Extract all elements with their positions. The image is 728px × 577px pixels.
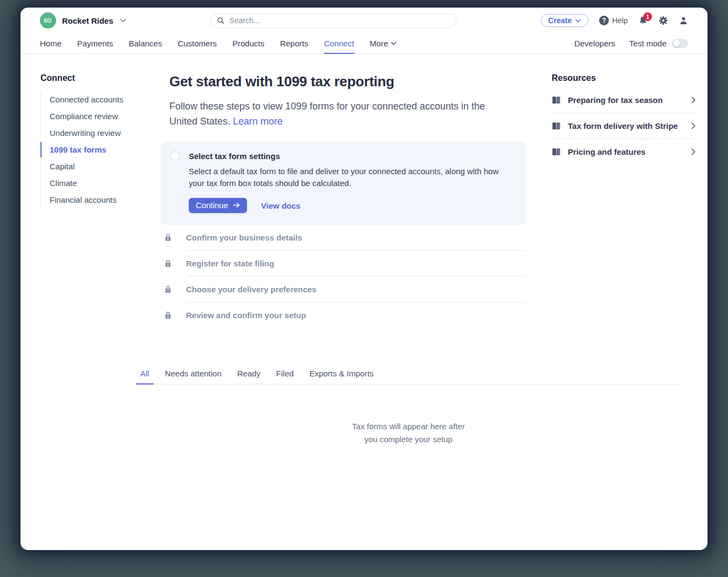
sidebar-item-capital[interactable]: Capital <box>40 159 140 174</box>
connect-sidebar: Connect Connected accounts Compliance re… <box>40 73 140 328</box>
continue-button-label: Continue <box>196 201 228 210</box>
toggle-knob <box>673 40 680 47</box>
resource-tax-form-delivery[interactable]: Tax form delivery with Stripe <box>552 113 696 139</box>
search-input[interactable]: Search... <box>210 13 457 28</box>
help-icon: ? <box>599 16 609 25</box>
rocket-rides-logo-icon <box>43 16 53 25</box>
main-nav: Home Payments Balances Customers Product… <box>20 33 708 54</box>
step-radio-icon[interactable] <box>170 151 180 161</box>
top-bar: Rocket Rides Search... Create ? Help <box>20 8 708 33</box>
view-docs-link[interactable]: View docs <box>261 201 300 210</box>
active-step-description: Select a default tax form to file and de… <box>189 166 499 189</box>
locked-step-title: Review and confirm your setup <box>186 311 306 320</box>
nav-right: Developers Test mode <box>574 33 688 53</box>
chevron-down-icon <box>120 18 126 23</box>
nav-item-connect[interactable]: Connect <box>324 33 354 53</box>
resource-preparing-for-tax-season[interactable]: Preparing for tax season <box>552 87 696 113</box>
learn-more-link[interactable]: Learn more <box>233 116 283 127</box>
create-button-label: Create <box>548 16 572 25</box>
content-area: Connect Connected accounts Compliance re… <box>20 54 708 328</box>
tab-filed[interactable]: Filed <box>276 369 294 378</box>
sidebar-item-financial-accounts[interactable]: Financial accounts <box>40 192 140 208</box>
chevron-down-icon <box>575 19 581 23</box>
nav-item-home[interactable]: Home <box>40 33 61 53</box>
locked-step-title: Confirm your business details <box>186 233 302 242</box>
nav-item-products[interactable]: Products <box>232 33 264 53</box>
book-icon <box>552 122 561 130</box>
sidebar-item-underwriting-review[interactable]: Underwriting review <box>40 125 140 141</box>
locked-step-business-details: Confirm your business details <box>161 225 526 250</box>
active-step-actions: Continue View docs <box>189 198 516 213</box>
tab-needs-attention[interactable]: Needs attention <box>165 369 222 378</box>
resource-label: Tax form delivery with Stripe <box>568 121 678 130</box>
main-column: Get started with 1099 tax reporting Foll… <box>161 73 526 328</box>
tax-forms-tabbar: All Needs attention Ready Filed Exports … <box>135 369 682 384</box>
create-button[interactable]: Create <box>541 14 589 27</box>
nav-item-developers[interactable]: Developers <box>574 39 615 48</box>
profile-button[interactable] <box>679 16 688 25</box>
subtitle-text: Follow these steps to view 1099 forms fo… <box>169 101 485 127</box>
test-mode-toggle[interactable] <box>672 39 688 48</box>
page-title: Get started with 1099 tax reporting <box>169 73 526 90</box>
nav-item-more[interactable]: More <box>370 33 396 53</box>
test-mode-label: Test mode <box>629 39 667 48</box>
notification-badge: 1 <box>643 12 652 21</box>
nav-item-balances[interactable]: Balances <box>129 33 162 53</box>
resource-label: Pricing and features <box>568 147 645 156</box>
nav-item-payments[interactable]: Payments <box>77 33 113 53</box>
chevron-down-icon <box>391 42 396 45</box>
lock-icon <box>159 311 177 319</box>
resources-title: Resources <box>552 73 696 83</box>
nav-item-reports[interactable]: Reports <box>280 33 308 53</box>
nav-item-customers[interactable]: Customers <box>177 33 217 53</box>
chevron-right-icon <box>691 148 696 155</box>
resource-label: Preparing for tax season <box>568 95 663 105</box>
arrow-right-icon <box>233 202 240 208</box>
search-icon <box>217 17 224 24</box>
continue-button[interactable]: Continue <box>189 198 247 213</box>
sidebar-item-connected-accounts[interactable]: Connected accounts <box>40 92 140 107</box>
person-icon <box>679 16 688 25</box>
test-mode-control: Test mode <box>629 39 688 48</box>
active-step-card: Select tax form settings Select a defaul… <box>161 142 526 225</box>
lock-icon <box>159 285 177 293</box>
page-subtitle: Follow these steps to view 1099 forms fo… <box>169 99 516 129</box>
resources-panel: Resources Preparing for tax season Tax f… <box>552 73 696 328</box>
sidebar-item-climate[interactable]: Climate <box>40 175 140 191</box>
nav-items: Home Payments Balances Customers Product… <box>40 33 396 53</box>
empty-state-line1: Tax forms will appear here after <box>135 420 682 433</box>
search-container: Search... <box>126 13 541 28</box>
locked-step-state-filing: Register for state filing <box>161 251 526 276</box>
tab-ready[interactable]: Ready <box>237 369 260 378</box>
locked-step-delivery-preferences: Choose your delivery preferences <box>161 277 526 302</box>
empty-state-line2: you complete your setup <box>135 433 682 446</box>
sidebar-list: Connected accounts Compliance review Und… <box>40 92 140 208</box>
book-icon <box>552 96 561 104</box>
settings-button[interactable] <box>658 16 668 25</box>
search-placeholder: Search... <box>229 16 259 25</box>
book-icon <box>552 148 561 156</box>
empty-state-message: Tax forms will appear here after you com… <box>135 420 682 446</box>
notifications-button[interactable]: 1 <box>638 16 648 25</box>
active-step-title: Select tax form settings <box>189 152 280 161</box>
locked-steps: Confirm your business details Register f… <box>161 225 526 328</box>
help-label: Help <box>612 16 628 25</box>
sidebar-item-1099-tax-forms[interactable]: 1099 tax forms <box>40 142 140 157</box>
help-button[interactable]: ? Help <box>599 16 628 25</box>
lock-icon <box>159 233 177 242</box>
chevron-right-icon <box>691 97 696 104</box>
tax-forms-section: All Needs attention Ready Filed Exports … <box>135 369 682 446</box>
tab-all[interactable]: All <box>140 369 149 378</box>
account-switcher[interactable]: Rocket Rides <box>40 12 126 29</box>
topbar-actions: Create ? Help 1 <box>541 14 688 27</box>
chevron-right-icon <box>691 122 696 129</box>
locked-step-title: Register for state filing <box>186 259 274 268</box>
tab-exports-imports[interactable]: Exports & Imports <box>310 369 374 378</box>
dashboard-window: Rocket Rides Search... Create ? Help <box>20 8 708 550</box>
sidebar-item-compliance-review[interactable]: Compliance review <box>40 108 140 124</box>
locked-step-title: Choose your delivery preferences <box>186 285 317 294</box>
resource-pricing-and-features[interactable]: Pricing and features <box>552 139 696 164</box>
active-step-header: Select tax form settings <box>170 151 516 161</box>
gear-icon <box>658 16 668 25</box>
lock-icon <box>159 259 177 267</box>
